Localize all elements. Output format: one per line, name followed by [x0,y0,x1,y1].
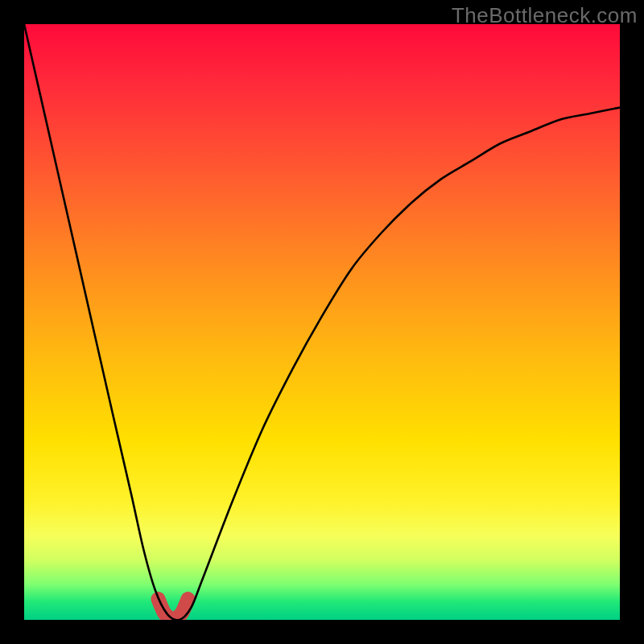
watermark-text: TheBottleneck.com [452,3,638,28]
curve-svg [24,24,620,620]
bottleneck-curve [24,24,620,620]
plot-area [24,24,620,620]
trough-highlight [159,599,188,618]
chart-frame: TheBottleneck.com [0,0,644,644]
